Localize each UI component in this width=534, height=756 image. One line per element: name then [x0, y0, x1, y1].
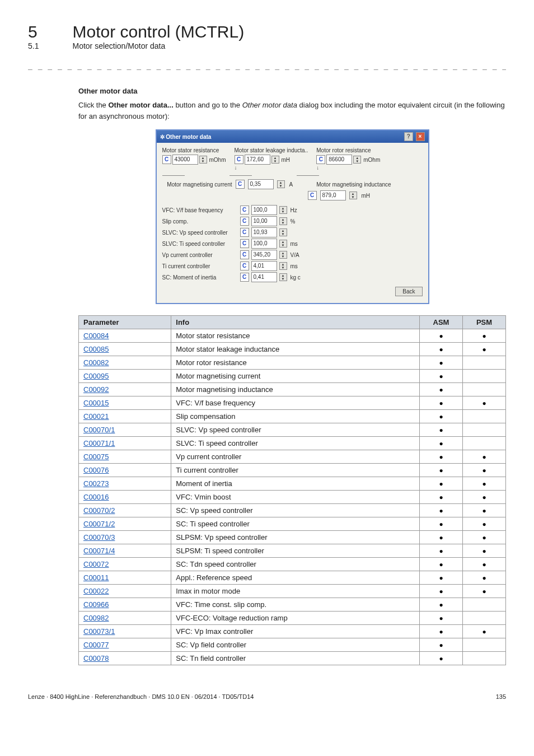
psm-cell [463, 370, 506, 383]
param-link[interactable]: C00085 [83, 345, 109, 353]
c-button[interactable]: C [162, 155, 171, 164]
spinner[interactable]: ▲▼ [349, 192, 357, 199]
param-link[interactable]: C00071/4 [83, 547, 115, 555]
info-cell: SC: Tn field controller [171, 652, 420, 665]
info-cell: Moment of inertia [171, 477, 420, 491]
param-link[interactable]: C00082 [83, 358, 109, 367]
close-icon[interactable]: × [416, 132, 425, 141]
value-input[interactable]: 4,01 [251, 261, 277, 271]
param-link[interactable]: C00016 [83, 493, 109, 501]
asm-cell [420, 504, 463, 517]
spinner[interactable]: ▲▼ [279, 273, 287, 281]
value-input[interactable]: 345,20 [251, 250, 277, 260]
table-row: C00966VFC: Time const. slip comp. [79, 598, 506, 612]
psm-cell [463, 652, 506, 665]
param-link[interactable]: C00070/3 [83, 533, 115, 542]
info-cell: SC: Tdn speed controller [171, 558, 420, 571]
value-input[interactable]: 879,0 [320, 190, 346, 200]
param-link[interactable]: C00982 [83, 614, 109, 622]
c-button[interactable]: C [235, 155, 243, 164]
param-link[interactable]: C00071/2 [83, 520, 115, 528]
table-row: C00092Motor magnetising inductance [79, 383, 506, 396]
label: Motor stator resistance [162, 147, 226, 153]
value-input[interactable]: 172,60 [245, 155, 270, 165]
spinner[interactable]: ▲▼ [353, 156, 361, 164]
separator-line: _ _ _ _ _ _ _ _ _ _ _ _ _ _ _ _ _ _ _ _ … [28, 62, 506, 70]
c-button[interactable]: C [308, 191, 317, 200]
help-icon[interactable]: ? [404, 132, 413, 141]
c-button[interactable]: C [240, 228, 249, 237]
value-input[interactable]: 43000 [172, 155, 198, 165]
value-input[interactable]: 0,41 [251, 272, 277, 282]
table-row: C00072SC: Tdn speed controller [79, 558, 506, 571]
param-link[interactable]: C00021 [83, 412, 109, 421]
info-cell: SLPSM: Ti speed controller [171, 544, 420, 558]
parameter-table: Parameter Info ASM PSM C00084Motor stato… [78, 315, 506, 665]
psm-cell [463, 343, 506, 356]
spinner[interactable]: ▲▼ [271, 156, 279, 164]
param-link[interactable]: C00078 [83, 654, 109, 662]
param-link[interactable]: C00273 [83, 479, 109, 488]
table-row: C00076Ti current controller [79, 464, 506, 477]
param-link[interactable]: C00015 [83, 399, 109, 407]
param-cell: C00015 [79, 396, 171, 410]
spinner[interactable]: ▲▼ [277, 180, 285, 188]
param-link[interactable]: C00011 [83, 573, 109, 582]
value-input[interactable]: 100,0 [251, 205, 277, 215]
c-button[interactable]: C [240, 262, 249, 270]
back-button[interactable]: Back [395, 287, 422, 296]
value-input[interactable]: 10,93 [251, 227, 277, 237]
param-cell: C00084 [79, 329, 171, 343]
value-input[interactable]: 10,00 [251, 216, 277, 226]
psm-cell [463, 558, 506, 571]
spinner[interactable]: ▲▼ [279, 217, 287, 225]
asm-cell [420, 571, 463, 585]
param-link[interactable]: C00084 [83, 332, 109, 340]
psm-cell [463, 464, 506, 477]
param-link[interactable]: C00095 [83, 372, 109, 380]
psm-cell [463, 612, 506, 625]
value-input[interactable]: 86600 [326, 155, 352, 165]
psm-cell [463, 531, 506, 544]
param-link[interactable]: C00072 [83, 560, 109, 568]
spinner[interactable]: ▲▼ [279, 206, 287, 214]
param-link[interactable]: C00070/1 [83, 426, 115, 434]
table-row: C00082Motor rotor resistance [79, 356, 506, 370]
param-link[interactable]: C00077 [83, 641, 109, 649]
param-link[interactable]: C00966 [83, 600, 109, 609]
spinner[interactable]: ▲▼ [279, 240, 287, 248]
label: VFC: V/f base frequency [162, 207, 238, 213]
param-link[interactable]: C00073/1 [83, 627, 115, 636]
table-row: C00077SC: Vp field controller [79, 638, 506, 652]
param-link[interactable]: C00070/2 [83, 506, 115, 515]
asm-cell [420, 544, 463, 558]
spinner[interactable]: ▲▼ [279, 228, 287, 236]
spinner[interactable]: ▲▼ [199, 156, 207, 164]
param-link[interactable]: C00092 [83, 385, 109, 394]
param-cell: C00092 [79, 383, 171, 396]
spinner[interactable]: ▲▼ [279, 251, 287, 259]
c-button[interactable]: C [240, 273, 249, 282]
param-link[interactable]: C00022 [83, 587, 109, 595]
dialog-param-row: SLVC: Vp speed controllerC10,93▲▼ [162, 227, 423, 237]
param-link[interactable]: C00071/1 [83, 439, 115, 447]
c-button[interactable]: C [240, 250, 249, 259]
param-cell: C00273 [79, 477, 171, 491]
value-input[interactable]: 100,0 [251, 239, 277, 249]
c-button[interactable]: C [240, 206, 249, 214]
psm-cell [463, 625, 506, 638]
param-link[interactable]: C00076 [83, 466, 109, 474]
asm-cell [420, 450, 463, 464]
value-input[interactable]: 0,35 [248, 179, 274, 189]
c-button[interactable]: C [236, 180, 245, 189]
spinner[interactable]: ▲▼ [279, 262, 287, 270]
param-link[interactable]: C00075 [83, 452, 109, 461]
param-cell: C00966 [79, 598, 171, 612]
c-button[interactable]: C [316, 155, 325, 164]
c-button[interactable]: C [240, 239, 249, 248]
c-button[interactable]: C [240, 217, 249, 226]
param-cell: C00982 [79, 612, 171, 625]
info-cell: SLPSM: Vp speed controller [171, 531, 420, 544]
param-cell: C00072 [79, 558, 171, 571]
unit: ms [291, 241, 298, 247]
